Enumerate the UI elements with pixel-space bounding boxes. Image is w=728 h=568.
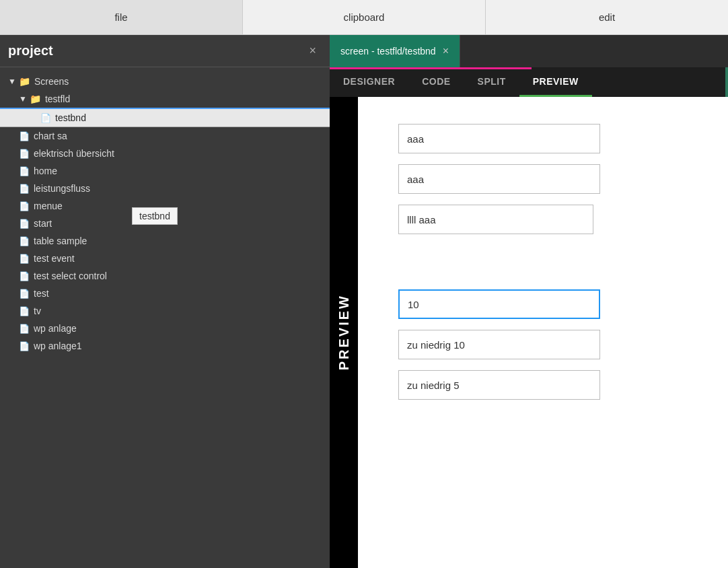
tree-item-leistungsfluss[interactable]: 📄 leistungsfluss	[0, 180, 330, 197]
file-icon: 📄	[19, 306, 30, 316]
menu-item-file[interactable]: file	[0, 0, 243, 34]
tree-label-testfld: testfld	[45, 94, 70, 104]
tab-close-button[interactable]: ×	[443, 45, 449, 57]
tree-item-table-sample[interactable]: 📄 table sample	[0, 232, 330, 250]
tree-item-testfld[interactable]: ▼ 📁 testfld	[0, 90, 330, 108]
tree-item-tv[interactable]: 📄 tv	[0, 302, 330, 320]
main-layout: project × ▼ 📁 screen - testfld/testbnd S…	[0, 35, 728, 568]
file-icon: 📄	[19, 149, 30, 159]
tree-label-testbnd: testbnd	[55, 112, 86, 123]
top-accent-line	[330, 67, 532, 69]
left-panel-header: project ×	[0, 35, 330, 67]
form-field-2[interactable]	[398, 164, 600, 194]
right-accent-bar	[725, 67, 728, 97]
tree-label-test-event: test event	[34, 253, 75, 264]
tree-item-elektrisch[interactable]: 📄 elektrisch übersicht	[0, 145, 330, 162]
folder-icon: 📁	[19, 76, 30, 87]
view-mode-preview[interactable]: PREVIEW	[519, 67, 592, 97]
tab-bar: screen - testfld/testbnd ×	[330, 35, 728, 67]
file-icon: 📄	[19, 131, 30, 141]
form-field-5[interactable]	[398, 330, 600, 359]
tree-label-chart-sa: chart sa	[34, 131, 67, 141]
view-mode-designer[interactable]: DESIGNER	[330, 67, 408, 97]
folder-icon: 📁	[30, 94, 41, 104]
view-mode-split[interactable]: SPLIT	[464, 67, 519, 97]
form-field-3[interactable]	[398, 205, 593, 234]
chevron-down-icon: ▼	[19, 94, 27, 104]
tree-item-screens[interactable]: ▼ 📁 screen - testfld/testbnd Screens	[0, 73, 330, 90]
file-icon: 📄	[19, 219, 30, 229]
tree-item-testbnd[interactable]: 📄 testbnd	[0, 108, 330, 127]
tree-label-start: start	[34, 218, 52, 229]
file-tree: ▼ 📁 screen - testfld/testbnd Screens ▼ 📁…	[0, 67, 330, 568]
tree-item-chart-sa[interactable]: 📄 chart sa	[0, 127, 330, 145]
tree-label-screens: Screens	[34, 76, 69, 87]
tree-label-test-select-control: test select control	[34, 271, 107, 281]
menu-item-edit[interactable]: edit	[486, 0, 728, 34]
tree-item-test-event[interactable]: 📄 test event	[0, 250, 330, 267]
tree-item-home[interactable]: 📄 home	[0, 162, 330, 180]
top-menu-bar: file clipboard edit	[0, 0, 728, 35]
tree-label-menue: menue	[34, 201, 63, 211]
project-title: project	[8, 43, 53, 59]
file-icon: 📄	[19, 324, 30, 334]
tree-label-test: test	[34, 288, 49, 299]
file-icon: 📄	[19, 271, 30, 281]
tab-label: screen - testfld/testbnd	[340, 46, 436, 57]
tree-label-home: home	[34, 166, 57, 176]
tree-label-table-sample: table sample	[34, 236, 87, 246]
tree-item-test[interactable]: 📄 test	[0, 285, 330, 302]
tree-item-wp-anlage[interactable]: 📄 wp anlage	[0, 320, 330, 337]
form-field-6[interactable]	[398, 370, 600, 400]
form-area	[358, 97, 728, 568]
tree-label-leistungsfluss: leistungsfluss	[34, 183, 90, 194]
view-mode-code[interactable]: CODE	[408, 67, 464, 97]
tab-screen-testbnd[interactable]: screen - testfld/testbnd ×	[330, 35, 460, 67]
tree-label-wp-anlage1: wp anlage1	[34, 341, 82, 351]
chevron-down-icon: ▼	[8, 77, 16, 86]
preview-area: PREVIEW	[330, 97, 728, 568]
file-icon: 📄	[19, 289, 30, 299]
menu-item-clipboard[interactable]: clipboard	[243, 0, 486, 34]
file-icon: 📄	[19, 254, 30, 264]
form-field-1[interactable]	[398, 124, 600, 153]
file-icon: 📄	[19, 201, 30, 211]
file-icon: 📄	[19, 236, 30, 246]
side-label-text: PREVIEW	[336, 294, 352, 370]
tree-item-menue[interactable]: 📄 menue	[0, 197, 330, 215]
tree-label-wp-anlage: wp anlage	[34, 323, 77, 334]
form-field-4[interactable]	[398, 289, 600, 319]
tree-item-test-select-control[interactable]: 📄 test select control	[0, 267, 330, 285]
tree-item-start[interactable]: 📄 start	[0, 215, 330, 232]
tree-label-tv: tv	[34, 306, 41, 316]
file-icon: 📄	[40, 113, 51, 123]
left-panel: project × ▼ 📁 screen - testfld/testbnd S…	[0, 35, 330, 568]
file-icon: 📄	[19, 184, 30, 194]
tree-item-wp-anlage1[interactable]: 📄 wp anlage1	[0, 337, 330, 355]
right-panel: screen - testfld/testbnd × DESIGNER CODE…	[330, 35, 728, 568]
view-mode-bar: DESIGNER CODE SPLIT PREVIEW	[330, 67, 728, 97]
side-label-panel: PREVIEW	[330, 97, 358, 568]
file-icon: 📄	[19, 166, 30, 176]
form-spacer	[398, 245, 708, 279]
file-icon: 📄	[19, 341, 30, 351]
left-panel-close-button[interactable]: ×	[303, 41, 322, 61]
tree-label-elektrisch: elektrisch übersicht	[34, 148, 114, 159]
